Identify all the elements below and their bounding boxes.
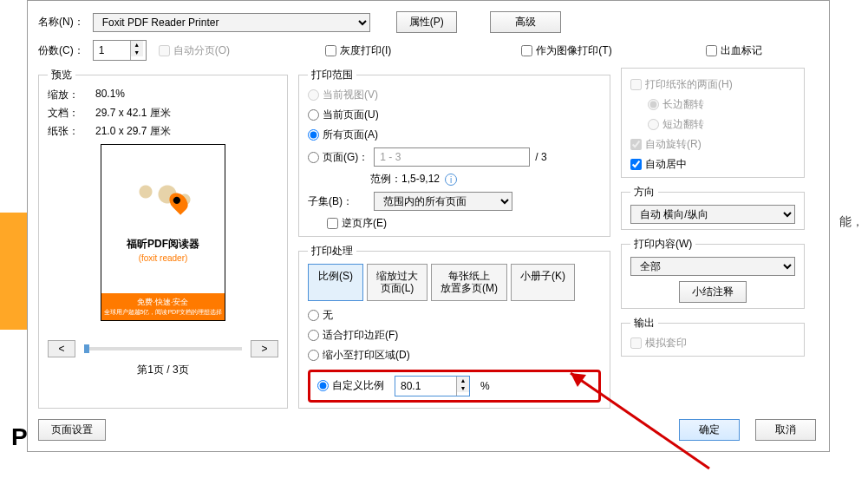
output-fieldset: 输出 模拟套印 xyxy=(621,316,805,357)
reverse-order-checkbox[interactable]: 逆页序(E) xyxy=(327,216,601,231)
bg-stripe xyxy=(0,213,27,330)
orientation-select[interactable]: 自动 横向/纵向 xyxy=(630,205,795,224)
cancel-button[interactable]: 取消 xyxy=(755,419,816,441)
scale-value: 80.1% xyxy=(95,88,278,102)
print-handling-legend: 打印处理 xyxy=(308,244,356,259)
preview-legend: 预览 xyxy=(48,68,75,82)
ok-button[interactable]: 确定 xyxy=(679,419,740,441)
auto-center-checkbox[interactable]: 自动居中 xyxy=(630,157,795,172)
scale-label: 缩放： xyxy=(48,88,95,102)
scale-fit-margins-radio[interactable]: 适合打印边距(F) xyxy=(308,328,601,343)
doc-label: 文档： xyxy=(48,106,95,121)
pages-example: 范例：1,5-9,12 xyxy=(370,172,440,187)
print-handling-fieldset: 打印处理 比例(S) 缩放过大 页面(L) 每张纸上 放置多页(M) 小册子(K… xyxy=(298,244,610,409)
scale-down-icon[interactable]: ▼ xyxy=(457,384,469,392)
print-dialog: 名称(N)： Foxit PDF Reader Printer 属性(P) 高级… xyxy=(27,0,830,452)
print-content-fieldset: 打印内容(W) 全部 小结注释 xyxy=(621,237,805,309)
page-counter: 第1页 / 3页 xyxy=(48,363,278,377)
duplex-fieldset: 打印纸张的两面(H) 长边翻转 短边翻转 自动旋转(R) 自动居中 xyxy=(621,68,805,178)
scale-none-radio[interactable]: 无 xyxy=(308,308,601,323)
bg-letter: P xyxy=(11,423,28,451)
print-as-image-checkbox[interactable]: 作为图像打印(T) xyxy=(521,43,611,58)
tab-booklet[interactable]: 小册子(K) xyxy=(511,264,575,301)
doc-size-value: 29.7 x 42.1 厘米 xyxy=(95,106,278,121)
subset-label: 子集(B)： xyxy=(308,194,353,209)
long-edge-radio: 长边翻转 xyxy=(648,97,795,112)
tab-fit-large[interactable]: 缩放过大 页面(L) xyxy=(367,264,427,301)
short-edge-radio: 短边翻转 xyxy=(648,117,795,132)
simulate-overprint-checkbox: 模拟套印 xyxy=(630,336,795,351)
orientation-legend: 方向 xyxy=(630,185,658,200)
summary-comments-button[interactable]: 小结注释 xyxy=(679,281,747,303)
auto-page-break-checkbox: 自动分页(O) xyxy=(159,43,230,58)
info-icon[interactable]: i xyxy=(445,174,457,186)
advanced-button[interactable]: 高级 xyxy=(490,11,561,33)
current-view-radio: 当前视图(V) xyxy=(308,88,601,102)
copies-up-icon[interactable]: ▲ xyxy=(131,41,143,49)
print-content-legend: 打印内容(W) xyxy=(630,237,695,252)
pages-radio[interactable]: 页面(G)： xyxy=(308,150,369,165)
tab-multipage[interactable]: 每张纸上 放置多页(M) xyxy=(431,264,507,301)
scale-shrink-radio[interactable]: 缩小至打印区域(D) xyxy=(308,348,601,363)
subset-select[interactable]: 范围内的所有页面 xyxy=(374,192,512,211)
current-page-radio[interactable]: 当前页面(U) xyxy=(308,108,601,122)
custom-scale-spinner[interactable]: ▲▼ xyxy=(395,376,470,396)
print-range-fieldset: 打印范围 当前视图(V) 当前页面(U) 所有页面(A) 页面(G)： / 3 … xyxy=(298,68,610,237)
copies-input[interactable] xyxy=(94,41,130,60)
paper-size-value: 21.0 x 29.7 厘米 xyxy=(95,124,278,139)
page-setup-button[interactable]: 页面设置 xyxy=(38,419,106,441)
properties-button[interactable]: 属性(P) xyxy=(396,11,457,33)
orientation-fieldset: 方向 自动 横向/纵向 xyxy=(621,185,805,230)
tab-scale[interactable]: 比例(S) xyxy=(308,264,363,301)
custom-scale-highlight: 自定义比例 ▲▼ % xyxy=(308,370,601,403)
preview-title: 福昕PDF阅读器 xyxy=(127,237,199,252)
content-select[interactable]: 全部 xyxy=(630,257,795,276)
pages-total: / 3 xyxy=(535,151,546,163)
auto-rotate-checkbox: 自动旋转(R) xyxy=(630,137,795,152)
page-slider[interactable] xyxy=(84,347,242,351)
copies-label: 份数(C)： xyxy=(38,43,84,58)
bg-side-text: 能， xyxy=(839,214,864,230)
grayscale-checkbox[interactable]: 灰度打印(I) xyxy=(325,43,391,58)
bleed-mark-checkbox[interactable]: 出血标记 xyxy=(706,43,762,58)
duplex-checkbox: 打印纸张的两面(H) xyxy=(630,77,795,92)
preview-footer-1: 免费·快速·安全 xyxy=(103,297,223,308)
prev-page-button[interactable]: < xyxy=(48,340,75,357)
preview-page: 福昕PDF阅读器 (foxit reader) 免费·快速·安全 全球用户超越5… xyxy=(101,144,225,321)
output-legend: 输出 xyxy=(630,316,658,331)
scale-custom-radio[interactable]: 自定义比例 xyxy=(317,378,384,393)
next-page-button[interactable]: > xyxy=(251,340,278,357)
printer-select[interactable]: Foxit PDF Reader Printer xyxy=(93,13,370,32)
preview-map-graphic xyxy=(120,171,206,223)
pages-input[interactable] xyxy=(374,147,530,167)
percent-sign: % xyxy=(480,380,490,392)
preview-footer-2: 全球用户超越5亿，阅读PDF文档的理想选择 xyxy=(103,308,223,317)
copies-spinner[interactable]: ▲▼ xyxy=(93,40,147,61)
printer-name-label: 名称(N)： xyxy=(38,15,84,29)
all-pages-radio[interactable]: 所有页面(A) xyxy=(308,128,601,142)
copies-down-icon[interactable]: ▼ xyxy=(131,49,143,56)
paper-label: 纸张： xyxy=(48,124,95,139)
preview-subtitle: (foxit reader) xyxy=(139,253,188,263)
preview-fieldset: 预览 缩放： 80.1% 文档： 29.7 x 42.1 厘米 纸张： 21.0… xyxy=(38,68,288,409)
custom-scale-input[interactable] xyxy=(395,377,456,396)
printer-name-row: 名称(N)： Foxit PDF Reader Printer 属性(P) 高级 xyxy=(38,11,816,33)
print-range-legend: 打印范围 xyxy=(308,68,356,82)
scale-up-icon[interactable]: ▲ xyxy=(457,377,469,384)
